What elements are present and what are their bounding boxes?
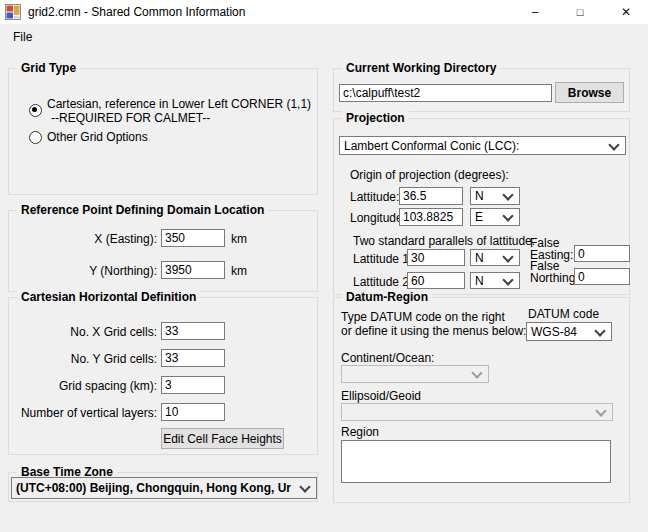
working-directory-group: Current Working Directory Browse bbox=[333, 68, 630, 112]
false-easting-label: FalseEasting: bbox=[530, 237, 573, 261]
region-label: Region bbox=[341, 425, 379, 439]
radio-other-label: Other Grid Options bbox=[47, 130, 148, 144]
longitude-hemisphere-value: E bbox=[475, 210, 483, 224]
latitude2-hemisphere-select[interactable]: N bbox=[470, 272, 520, 289]
latitude2-hemisphere-value: N bbox=[475, 274, 484, 288]
working-directory-field[interactable] bbox=[339, 84, 552, 102]
time-zone-selected-value: (UTC+08:00) Beijing, Chongquin, Hong Kon… bbox=[16, 481, 291, 495]
app-icon bbox=[5, 4, 21, 20]
vertical-layers-field[interactable] bbox=[161, 403, 225, 421]
longitude-field[interactable] bbox=[399, 208, 463, 226]
y-northing-field[interactable] bbox=[161, 261, 225, 279]
ellipsoid-geoid-select bbox=[341, 403, 613, 421]
standard-parallels-label: Two standard parallels of lattitude: bbox=[353, 234, 535, 248]
edit-cell-face-heights-button[interactable]: Edit Cell Face Heights bbox=[161, 428, 284, 449]
radio-cartesian-grid[interactable] bbox=[29, 104, 42, 117]
datum-code-select[interactable]: WGS-84 bbox=[526, 322, 612, 341]
continent-ocean-select bbox=[341, 365, 489, 383]
longitude-hemisphere-select[interactable]: E bbox=[470, 208, 520, 226]
latitude1-field[interactable] bbox=[407, 249, 465, 266]
y-northing-label: Y (Northing): bbox=[9, 264, 157, 278]
datum-hint-line2: or define it using the menus below: bbox=[341, 324, 526, 338]
projection-selected-value: Lambert Conformal Conic (LCC): bbox=[344, 139, 519, 153]
x-easting-unit: km bbox=[231, 232, 247, 246]
chevron-down-icon bbox=[502, 251, 513, 262]
reference-point-group: Reference Point Defining Domain Location… bbox=[8, 210, 318, 292]
chevron-down-icon bbox=[502, 210, 513, 221]
menu-bar: File bbox=[0, 24, 648, 50]
x-grid-cells-field[interactable] bbox=[161, 322, 225, 340]
minimize-icon[interactable]: – bbox=[513, 0, 557, 24]
latitude2-label: Lattitude 2: bbox=[353, 275, 412, 289]
origin-of-projection-label: Origin of projection (degrees): bbox=[350, 168, 509, 182]
chevron-down-icon bbox=[594, 325, 605, 336]
browse-button[interactable]: Browse bbox=[555, 82, 624, 103]
datum-hint-line1: Type DATUM code on the right bbox=[341, 310, 505, 324]
cartesian-definition-title: Cartesian Horizontal Definition bbox=[17, 290, 200, 304]
region-listbox[interactable] bbox=[341, 440, 611, 483]
ellipsoid-geoid-label: Ellipsoid/Geoid bbox=[341, 389, 421, 403]
latitude-label: Lattitude: bbox=[350, 190, 399, 204]
x-grid-cells-label: No. X Grid cells: bbox=[9, 325, 157, 339]
grid-type-title: Grid Type bbox=[17, 61, 80, 75]
title-bar: grid2.cmn - Shared Common Information – … bbox=[0, 0, 648, 24]
latitude-hemisphere-value: N bbox=[475, 189, 484, 203]
chevron-down-icon bbox=[595, 405, 606, 416]
vertical-layers-label: Number of vertical layers: bbox=[9, 406, 157, 420]
time-zone-select[interactable]: (UTC+08:00) Beijing, Chongquin, Hong Kon… bbox=[11, 477, 317, 499]
latitude1-hemisphere-select[interactable]: N bbox=[470, 249, 520, 266]
datum-region-title: Datum-Region bbox=[342, 290, 432, 304]
working-directory-title: Current Working Directory bbox=[342, 61, 500, 75]
datum-code-label: DATUM code bbox=[528, 307, 599, 321]
x-easting-label: X (Easting): bbox=[9, 232, 157, 246]
y-grid-cells-label: No. Y Grid cells: bbox=[9, 352, 157, 366]
false-northing-field[interactable] bbox=[574, 268, 630, 285]
radio-cartesian-label-line2: --REQUIRED FOR CALMET-- bbox=[51, 111, 210, 125]
chevron-down-icon bbox=[299, 481, 310, 492]
radio-other-grid-options[interactable] bbox=[29, 131, 42, 144]
app-window: grid2.cmn - Shared Common Information – … bbox=[0, 0, 648, 532]
grid-type-group: Grid Type Cartesian, reference in Lower … bbox=[8, 68, 318, 195]
chevron-down-icon bbox=[608, 139, 619, 150]
y-northing-unit: km bbox=[231, 264, 247, 278]
y-grid-cells-field[interactable] bbox=[161, 349, 225, 367]
latitude1-hemisphere-value: N bbox=[475, 251, 484, 265]
maximize-icon[interactable]: □ bbox=[558, 0, 602, 24]
grid-spacing-field[interactable] bbox=[161, 376, 225, 394]
menu-item-file[interactable]: File bbox=[6, 24, 39, 50]
chevron-down-icon bbox=[502, 274, 513, 285]
cartesian-definition-group: Cartesian Horizontal Definition No. X Gr… bbox=[8, 297, 318, 455]
close-icon[interactable]: ✕ bbox=[604, 0, 648, 24]
projection-group: Projection Lambert Conformal Conic (LCC)… bbox=[333, 118, 630, 295]
x-easting-field[interactable] bbox=[161, 229, 225, 247]
base-time-zone-group: Base Time Zone (UTC+08:00) Beijing, Chon… bbox=[8, 472, 318, 502]
latitude-hemisphere-select[interactable]: N bbox=[470, 187, 520, 205]
latitude2-field[interactable] bbox=[407, 272, 465, 289]
latitude-field[interactable] bbox=[399, 187, 463, 205]
grid-spacing-label: Grid spacing (km): bbox=[9, 379, 157, 393]
false-northing-label: FalseNorthing: bbox=[530, 260, 579, 284]
window-title: grid2.cmn - Shared Common Information bbox=[28, 0, 245, 24]
projection-select[interactable]: Lambert Conformal Conic (LCC): bbox=[339, 136, 626, 155]
continent-ocean-label: Continent/Ocean: bbox=[341, 351, 434, 365]
datum-region-group: Datum-Region Type DATUM code on the righ… bbox=[333, 297, 630, 503]
projection-title: Projection bbox=[342, 111, 409, 125]
chevron-down-icon bbox=[471, 367, 482, 378]
latitude1-label: Lattitude 1: bbox=[353, 252, 412, 266]
reference-point-title: Reference Point Defining Domain Location bbox=[17, 203, 268, 217]
longitude-label: Longitude: bbox=[350, 211, 406, 225]
chevron-down-icon bbox=[502, 189, 513, 200]
radio-cartesian-label-line1: Cartesian, reference in Lower Left CORNE… bbox=[47, 97, 311, 111]
datum-code-value: WGS-84 bbox=[531, 325, 577, 339]
false-easting-field[interactable] bbox=[574, 245, 630, 262]
